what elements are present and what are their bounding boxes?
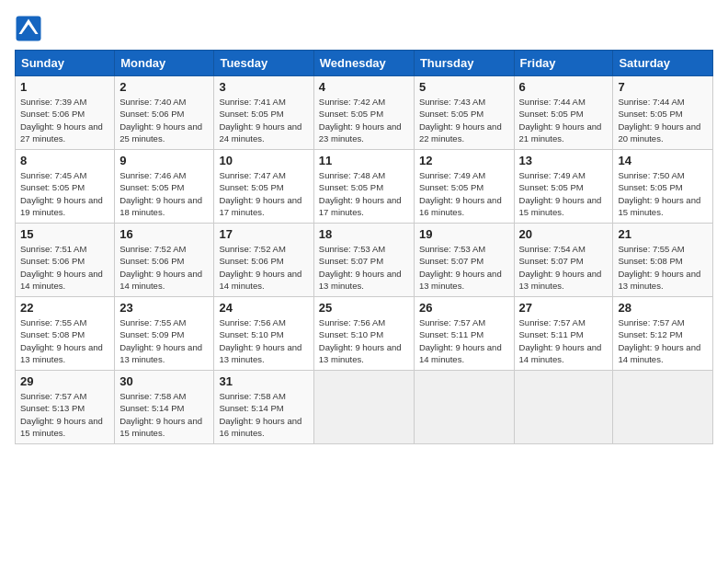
day-header-tuesday: Tuesday <box>214 51 313 76</box>
sunset-label: Sunset: 5:07 PM <box>419 256 483 266</box>
sunset-label: Sunset: 5:05 PM <box>419 182 483 192</box>
day-info: Sunrise: 7:55 AM Sunset: 5:08 PM Dayligh… <box>618 243 708 292</box>
day-info: Sunrise: 7:41 AM Sunset: 5:05 PM Dayligh… <box>219 96 308 144</box>
sunset-label: Sunset: 5:12 PM <box>618 329 682 339</box>
daylight-label: Daylight: 9 hours and 14 minutes. <box>618 342 700 364</box>
sunset-label: Sunset: 5:06 PM <box>20 109 85 119</box>
calendar-cell: 31 Sunrise: 7:58 AM Sunset: 5:14 PM Dayl… <box>214 371 313 444</box>
day-info: Sunrise: 7:52 AM Sunset: 5:06 PM Dayligh… <box>219 243 308 292</box>
sunset-label: Sunset: 5:11 PM <box>419 329 483 339</box>
daylight-label: Daylight: 9 hours and 14 minutes. <box>119 269 202 291</box>
sunrise-label: Sunrise: 7:56 AM <box>219 317 285 327</box>
calendar-cell: 27 Sunrise: 7:57 AM Sunset: 5:11 PM Dayl… <box>514 297 613 371</box>
day-info: Sunrise: 7:53 AM Sunset: 5:07 PM Dayligh… <box>319 243 409 292</box>
sunset-label: Sunset: 5:14 PM <box>219 403 283 413</box>
daylight-label: Daylight: 9 hours and 17 minutes. <box>219 195 301 217</box>
day-info: Sunrise: 7:43 AM Sunset: 5:05 PM Dayligh… <box>419 96 509 144</box>
day-info: Sunrise: 7:51 AM Sunset: 5:06 PM Dayligh… <box>20 243 109 292</box>
daylight-label: Daylight: 9 hours and 21 minutes. <box>519 121 602 144</box>
sunset-label: Sunset: 5:07 PM <box>519 256 584 266</box>
calendar-cell: 23 Sunrise: 7:55 AM Sunset: 5:09 PM Dayl… <box>115 297 214 371</box>
day-number: 9 <box>119 154 209 167</box>
sunrise-label: Sunrise: 7:39 AM <box>20 97 86 107</box>
calendar-cell: 17 Sunrise: 7:52 AM Sunset: 5:06 PM Dayl… <box>214 224 313 297</box>
daylight-label: Daylight: 9 hours and 13 minutes. <box>419 269 502 291</box>
daylight-label: Daylight: 9 hours and 13 minutes. <box>20 342 103 364</box>
sunrise-label: Sunrise: 7:53 AM <box>419 244 485 254</box>
day-number: 15 <box>20 227 109 241</box>
calendar-cell: 11 Sunrise: 7:48 AM Sunset: 5:05 PM Dayl… <box>313 150 414 224</box>
sunrise-label: Sunrise: 7:53 AM <box>319 244 385 254</box>
day-info: Sunrise: 7:44 AM Sunset: 5:05 PM Dayligh… <box>618 96 708 144</box>
sunrise-label: Sunrise: 7:57 AM <box>419 317 485 327</box>
sunrise-label: Sunrise: 7:58 AM <box>119 391 186 401</box>
day-number: 23 <box>119 301 209 315</box>
day-info: Sunrise: 7:39 AM Sunset: 5:06 PM Dayligh… <box>20 96 109 144</box>
sunset-label: Sunset: 5:05 PM <box>219 109 283 119</box>
daylight-label: Daylight: 9 hours and 16 minutes. <box>419 195 502 217</box>
sunset-label: Sunset: 5:05 PM <box>319 109 383 119</box>
day-number: 6 <box>519 80 609 94</box>
day-info: Sunrise: 7:56 AM Sunset: 5:10 PM Dayligh… <box>319 316 409 365</box>
daylight-label: Daylight: 9 hours and 14 minutes. <box>519 342 602 364</box>
daylight-label: Daylight: 9 hours and 17 minutes. <box>319 195 402 217</box>
day-header-thursday: Thursday <box>414 51 514 76</box>
day-header-wednesday: Wednesday <box>313 51 414 76</box>
calendar-week-1: 1 Sunrise: 7:39 AM Sunset: 5:06 PM Dayli… <box>16 76 713 150</box>
sunrise-label: Sunrise: 7:56 AM <box>319 317 385 327</box>
daylight-label: Daylight: 9 hours and 22 minutes. <box>419 121 502 144</box>
sunset-label: Sunset: 5:05 PM <box>20 182 85 192</box>
day-number: 11 <box>319 154 409 167</box>
sunset-label: Sunset: 5:08 PM <box>618 256 682 266</box>
calendar-cell: 21 Sunrise: 7:55 AM Sunset: 5:08 PM Dayl… <box>613 224 713 297</box>
day-number: 17 <box>219 227 308 241</box>
daylight-label: Daylight: 9 hours and 16 minutes. <box>219 416 301 438</box>
sunrise-label: Sunrise: 7:47 AM <box>219 170 285 180</box>
sunrise-label: Sunrise: 7:41 AM <box>219 97 285 107</box>
sunrise-label: Sunrise: 7:49 AM <box>419 170 485 180</box>
daylight-label: Daylight: 9 hours and 13 minutes. <box>219 342 301 364</box>
calendar-cell: 14 Sunrise: 7:50 AM Sunset: 5:05 PM Dayl… <box>613 150 713 224</box>
sunset-label: Sunset: 5:13 PM <box>20 403 85 413</box>
day-number: 22 <box>20 301 109 315</box>
calendar-cell: 19 Sunrise: 7:53 AM Sunset: 5:07 PM Dayl… <box>414 224 514 297</box>
sunset-label: Sunset: 5:10 PM <box>219 329 283 339</box>
daylight-label: Daylight: 9 hours and 13 minutes. <box>319 269 402 291</box>
calendar-cell: 10 Sunrise: 7:47 AM Sunset: 5:05 PM Dayl… <box>214 150 313 224</box>
sunrise-label: Sunrise: 7:55 AM <box>119 317 186 327</box>
calendar-cell: 28 Sunrise: 7:57 AM Sunset: 5:12 PM Dayl… <box>613 297 713 371</box>
sunrise-label: Sunrise: 7:50 AM <box>618 170 684 180</box>
day-info: Sunrise: 7:55 AM Sunset: 5:08 PM Dayligh… <box>20 316 109 365</box>
daylight-label: Daylight: 9 hours and 20 minutes. <box>618 121 700 144</box>
sunset-label: Sunset: 5:05 PM <box>519 109 584 119</box>
calendar-cell: 20 Sunrise: 7:54 AM Sunset: 5:07 PM Dayl… <box>514 224 613 297</box>
sunset-label: Sunset: 5:09 PM <box>119 329 184 339</box>
day-header-sunday: Sunday <box>16 51 115 76</box>
day-number: 1 <box>20 80 109 94</box>
calendar-cell: 6 Sunrise: 7:44 AM Sunset: 5:05 PM Dayli… <box>514 76 613 150</box>
sunrise-label: Sunrise: 7:52 AM <box>219 244 285 254</box>
sunset-label: Sunset: 5:05 PM <box>519 182 584 192</box>
sunrise-label: Sunrise: 7:49 AM <box>519 170 586 180</box>
day-number: 24 <box>219 301 308 315</box>
day-info: Sunrise: 7:50 AM Sunset: 5:05 PM Dayligh… <box>618 169 708 218</box>
day-header-monday: Monday <box>115 51 214 76</box>
day-info: Sunrise: 7:57 AM Sunset: 5:13 PM Dayligh… <box>20 390 109 439</box>
sunset-label: Sunset: 5:11 PM <box>519 329 584 339</box>
day-number: 3 <box>219 80 308 94</box>
sunrise-label: Sunrise: 7:58 AM <box>219 391 285 401</box>
day-info: Sunrise: 7:44 AM Sunset: 5:05 PM Dayligh… <box>519 96 609 144</box>
sunrise-label: Sunrise: 7:40 AM <box>119 97 186 107</box>
sunrise-label: Sunrise: 7:52 AM <box>119 244 186 254</box>
calendar-cell: 12 Sunrise: 7:49 AM Sunset: 5:05 PM Dayl… <box>414 150 514 224</box>
calendar-cell: 13 Sunrise: 7:49 AM Sunset: 5:05 PM Dayl… <box>514 150 613 224</box>
calendar-cell: 9 Sunrise: 7:46 AM Sunset: 5:05 PM Dayli… <box>115 150 214 224</box>
calendar-cell <box>313 371 414 444</box>
sunrise-label: Sunrise: 7:57 AM <box>20 391 86 401</box>
calendar-cell: 1 Sunrise: 7:39 AM Sunset: 5:06 PM Dayli… <box>16 76 115 150</box>
daylight-label: Daylight: 9 hours and 15 minutes. <box>20 416 103 438</box>
sunrise-label: Sunrise: 7:51 AM <box>20 244 86 254</box>
sunrise-label: Sunrise: 7:44 AM <box>618 97 684 107</box>
calendar-cell <box>613 371 713 444</box>
day-info: Sunrise: 7:49 AM Sunset: 5:05 PM Dayligh… <box>419 169 509 218</box>
